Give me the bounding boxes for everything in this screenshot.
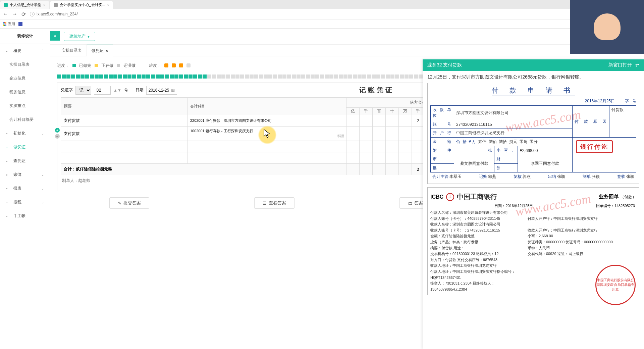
progress-block[interactable]	[179, 74, 183, 79]
sidebar-item-概要[interactable]: ▫概要⌃	[0, 44, 50, 58]
close-icon[interactable]: ×	[107, 3, 109, 7]
progress-block[interactable]	[358, 74, 362, 79]
progress-block[interactable]	[189, 74, 193, 79]
add-row-button[interactable]: +	[55, 128, 60, 133]
progress-block[interactable]	[419, 74, 423, 79]
progress-block[interactable]	[193, 74, 197, 79]
digit-cell[interactable]	[372, 164, 385, 175]
progress-block[interactable]	[235, 74, 239, 79]
progress-block[interactable]	[104, 74, 108, 79]
progress-block[interactable]	[62, 74, 66, 79]
digit-cell[interactable]	[385, 152, 398, 164]
swap-icon[interactable]: ⇄	[635, 62, 639, 68]
progress-block[interactable]	[160, 74, 164, 79]
progress-block[interactable]	[353, 74, 357, 79]
number-stepper-icon[interactable]: ▲▼	[113, 88, 121, 93]
collapse-sidebar-button[interactable]: «	[50, 31, 60, 41]
close-icon[interactable]: ×	[106, 49, 108, 53]
progress-block[interactable]	[325, 74, 329, 79]
digit-cell[interactable]	[359, 141, 372, 152]
digit-cell[interactable]	[346, 141, 360, 152]
browser-tab[interactable]: 会计学堂实操中心_会计实... ×	[50, 1, 113, 9]
forward-icon[interactable]: →	[12, 11, 17, 17]
category-dropdown[interactable]: 建筑地产 ▾	[64, 32, 95, 41]
digit-cell[interactable]	[398, 152, 412, 164]
progress-block[interactable]	[231, 74, 235, 79]
progress-block[interactable]	[240, 74, 244, 79]
digit-cell[interactable]	[372, 152, 385, 164]
progress-block[interactable]	[367, 74, 371, 79]
progress-block[interactable]	[306, 74, 310, 79]
progress-block[interactable]	[198, 74, 202, 79]
progress-block[interactable]	[95, 74, 99, 79]
progress-block[interactable]	[264, 74, 268, 79]
progress-block[interactable]	[76, 74, 80, 79]
doc-tab[interactable]: 实操目录表	[57, 45, 87, 56]
sidebar-item-账簿[interactable]: ▫账簿⌄	[0, 168, 50, 182]
progress-block[interactable]	[156, 74, 160, 79]
digit-cell[interactable]	[372, 141, 385, 152]
bookmark-item[interactable]	[18, 22, 22, 26]
progress-block[interactable]	[329, 74, 333, 79]
progress-block[interactable]	[151, 74, 155, 79]
progress-block[interactable]	[203, 74, 207, 79]
browser-tab[interactable]: 个人信息_会计学堂 ×	[0, 1, 49, 9]
progress-block[interactable]	[278, 74, 282, 79]
progress-block[interactable]	[339, 74, 343, 79]
summary-cell[interactable]: 支付货款	[61, 115, 187, 127]
sidebar-item-手工帐[interactable]: ▫手工帐	[0, 209, 50, 223]
progress-block[interactable]	[170, 74, 174, 79]
progress-block[interactable]	[80, 74, 85, 79]
sidebar-item-企业信息[interactable]: 企业信息	[0, 71, 50, 85]
digit-cell[interactable]	[398, 141, 412, 152]
sidebar-item-实操目录表[interactable]: 实操目录表	[0, 58, 50, 71]
digit-cell[interactable]	[372, 115, 385, 127]
digit-cell[interactable]	[346, 115, 360, 127]
back-icon[interactable]: ←	[3, 11, 8, 17]
progress-block[interactable]	[85, 74, 89, 79]
digit-cell[interactable]	[398, 127, 412, 141]
progress-block[interactable]	[245, 74, 249, 79]
digit-cell[interactable]	[359, 127, 372, 141]
digit-cell[interactable]	[385, 115, 398, 127]
progress-block[interactable]	[273, 74, 277, 79]
digit-cell[interactable]	[372, 127, 385, 141]
progress-block[interactable]	[146, 74, 150, 79]
summary-cell[interactable]: +−支付货款	[61, 127, 187, 141]
sidebar-item-税务信息[interactable]: 税务信息	[0, 85, 50, 99]
progress-block[interactable]	[334, 74, 338, 79]
submit-answer-button[interactable]: ✎提交答案	[109, 197, 149, 209]
view-answer-button[interactable]: ☰查看答案	[254, 197, 294, 209]
digit-cell[interactable]	[346, 164, 360, 175]
progress-block[interactable]	[71, 74, 75, 79]
progress-block[interactable]	[254, 74, 258, 79]
progress-block[interactable]	[90, 74, 94, 79]
progress-block[interactable]	[113, 74, 117, 79]
digit-cell[interactable]	[385, 141, 398, 152]
info-icon[interactable]: i	[30, 12, 35, 16]
progress-block[interactable]	[259, 74, 263, 79]
progress-block[interactable]	[311, 74, 315, 79]
doc-tab[interactable]: 做凭证 ×	[87, 45, 113, 56]
subject-cell[interactable]: 2202001 应付账款 - 深圳市方圆图文设计有限公司	[187, 115, 346, 127]
progress-block[interactable]	[297, 74, 301, 79]
progress-block[interactable]	[409, 74, 413, 79]
digit-cell[interactable]	[346, 127, 360, 141]
sidebar-item-初始化[interactable]: ▫初始化⌄	[0, 127, 50, 140]
side-panel-body[interactable]: 12月25日，支付深圳市方圆图文设计有限公司2668元货款，银行网银转账。 ww…	[423, 71, 644, 349]
progress-block[interactable]	[109, 74, 113, 79]
progress-block[interactable]	[292, 74, 296, 79]
close-icon[interactable]: ×	[43, 3, 45, 7]
digit-cell[interactable]	[359, 115, 372, 127]
progress-block[interactable]	[348, 74, 352, 79]
url-bar[interactable]: i lx.acc5.com/main_234/	[30, 12, 641, 16]
progress-block[interactable]	[268, 74, 272, 79]
progress-block[interactable]	[127, 74, 131, 79]
voucher-number-input[interactable]	[94, 86, 111, 95]
progress-block[interactable]	[395, 74, 399, 79]
digit-cell[interactable]	[359, 164, 372, 175]
reload-icon[interactable]: ⟳	[21, 11, 26, 17]
progress-block[interactable]	[212, 74, 216, 79]
progress-block[interactable]	[142, 74, 146, 79]
progress-block[interactable]	[118, 74, 122, 79]
